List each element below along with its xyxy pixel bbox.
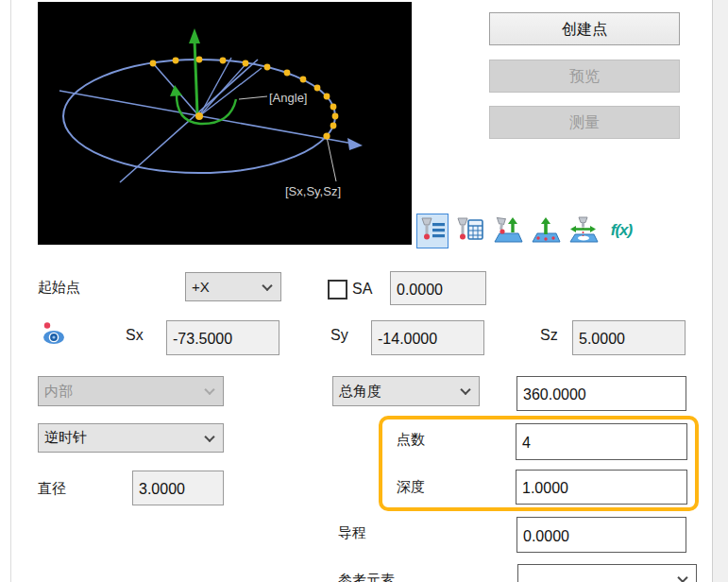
chevron-down-icon [460,385,470,395]
sy-label: Sy [330,327,348,344]
right-panel-strip[interactable] [712,0,728,582]
sa-input[interactable] [390,271,486,305]
mode-toolbar: f(x) [416,212,637,249]
inner-outer-value: 内部 [44,383,73,401]
create-point-button[interactable]: 创建点 [489,12,680,45]
circle-diagram: [Angle] [Sx,Sy,Sz] [38,2,412,245]
chevron-down-icon [204,431,214,441]
total-angle-input[interactable] [516,376,686,411]
measure-button[interactable]: 测量 [489,106,680,139]
reference-feature-dropdown[interactable] [517,564,697,582]
diameter-input[interactable] [132,471,224,505]
total-angle-dropdown-value: 总角度 [339,383,381,401]
start-point-dropdown[interactable]: +X [185,272,281,301]
total-angle-dropdown[interactable]: 总角度 [332,376,480,406]
points-input[interactable] [516,423,687,460]
depth-input[interactable] [516,470,687,505]
angle-label: [Angle] [269,91,307,105]
sxsysz-label: [Sx,Sy,Sz] [285,184,341,198]
chevron-down-icon [677,573,687,582]
sx-label: Sx [126,327,144,344]
start-point-value: +X [192,279,210,295]
diameter-label: 直径 [38,480,66,498]
lead-input[interactable] [516,517,686,553]
probe-plane-align-icon[interactable] [567,214,600,248]
chevron-down-icon [204,385,214,395]
lead-label: 导程 [338,524,366,542]
create-points-dialog: [Angle] [Sx,Sy,Sz] 创建点 预览 测量 [0,0,728,582]
reference-feature-label: 参考元素 [338,572,395,582]
preview-image: [Angle] [Sx,Sy,Sz] [38,2,412,245]
sz-input[interactable] [572,320,686,355]
probe-report-icon[interactable] [454,214,486,248]
sa-checkbox[interactable] [328,280,347,300]
direction-dropdown[interactable]: 逆时针 [38,423,224,453]
plane-vector-up-icon[interactable] [530,214,562,248]
inner-outer-dropdown[interactable]: 内部 [38,376,224,406]
sx-input[interactable] [166,320,279,355]
direction-value: 逆时针 [44,429,87,447]
function-fx-icon[interactable]: f(x) [605,214,637,248]
points-label: 点数 [397,431,425,449]
probe-list-icon[interactable] [416,214,449,248]
eye-icon[interactable] [42,321,66,348]
sy-input[interactable] [371,320,484,355]
depth-label: 深度 [397,478,425,496]
sz-label: Sz [540,327,558,344]
chevron-down-icon [262,280,272,290]
panel-left-border [10,0,11,582]
start-point-label: 起始点 [38,279,80,297]
probe-vector-up-icon[interactable] [492,214,524,248]
preview-button[interactable]: 预览 [489,60,680,93]
sa-label: SA [352,281,372,298]
